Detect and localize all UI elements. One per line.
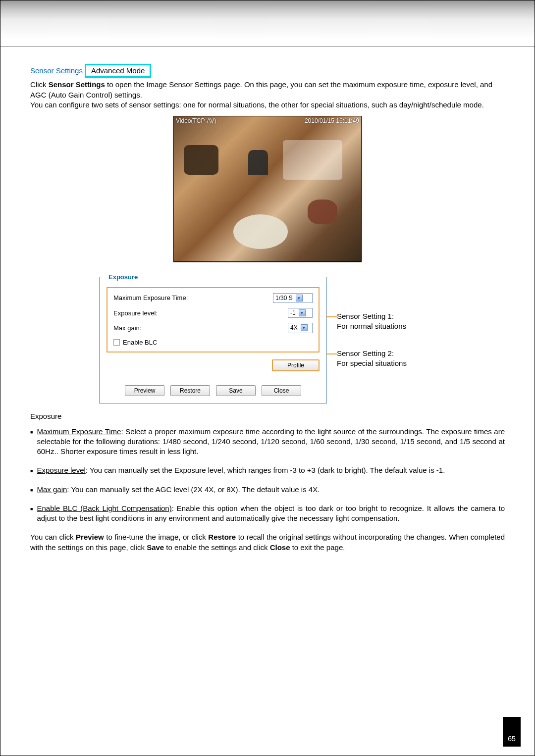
screenshot-area: Video(TCP-AV) 2010/01/15 16:11:49 Exposu…	[30, 116, 505, 403]
panel-legend: Exposure	[106, 273, 141, 282]
action-button-row: Preview Restore Save Close	[107, 385, 320, 396]
chevron-down-icon: ▾	[299, 309, 306, 316]
label-exposure-level: Exposure level:	[113, 309, 288, 318]
bullet-max-gain: Max gain: You can manually set the AGC l…	[30, 485, 505, 495]
select-value: -1	[290, 309, 296, 317]
chevron-down-icon: ▾	[296, 295, 303, 302]
chevron-down-icon: ▾	[301, 324, 308, 331]
header-gradient	[0, 0, 535, 39]
intro-paragraph-2: You can configure two sets of sensor set…	[30, 100, 505, 110]
select-value: 4X	[290, 324, 298, 332]
annotation-sensor-2: Sensor Setting 2: For special situations	[337, 349, 436, 369]
bullet-term: Enable BLC (Back Light Compensation)	[37, 504, 171, 512]
label-max-exposure: Maximum Exposure Time:	[113, 294, 273, 302]
bullet-text: : You can manually set the AGC level (2X…	[67, 485, 320, 494]
sensor-settings-link[interactable]: Sensor Settings	[30, 66, 83, 76]
video-overlay-bar: Video(TCP-AV) 2010/01/15 16:11:49	[174, 116, 361, 125]
annotation-sensor-1: Sensor Setting 1: For normal situations	[337, 311, 436, 332]
section-subheading: Exposure	[30, 411, 505, 421]
row-max-exposure: Maximum Exposure Time: 1/30 S ▾	[113, 293, 313, 303]
row-exposure-level: Exposure level: -1 ▾	[113, 308, 313, 318]
bullet-term: Maximum Exposure Time	[37, 427, 121, 436]
close-button[interactable]: Close	[262, 385, 301, 396]
page-number: 65	[508, 734, 516, 744]
bold-term: Sensor Settings	[49, 80, 105, 89]
preview-button[interactable]: Preview	[125, 385, 164, 396]
page-content: Sensor Settings Advanced Mode Click Sens…	[0, 47, 535, 553]
page-number-tab: 65	[503, 717, 521, 747]
intro-paragraph-1: Click Sensor Settings to open the Image …	[30, 80, 505, 100]
connector-line	[326, 353, 337, 354]
bullet-enable-blc: Enable BLC (Back Light Compensation): En…	[30, 504, 505, 524]
bullet-list: Maximum Exposure Time: Select a proper m…	[30, 427, 505, 524]
video-codec-label: Video(TCP-AV)	[176, 117, 216, 125]
heading-row: Sensor Settings Advanced Mode	[30, 64, 505, 78]
select-max-exposure[interactable]: 1/30 S ▾	[273, 293, 313, 303]
bullet-max-exposure: Maximum Exposure Time: Select a proper m…	[30, 427, 505, 457]
text: Click	[30, 80, 49, 89]
checkbox-enable-blc[interactable]	[113, 339, 120, 346]
sensor-setting-1-highlight: Maximum Exposure Time: 1/30 S ▾ Exposure…	[107, 287, 320, 353]
bullet-exposure-level: Exposure level: You can manually set the…	[30, 465, 505, 475]
select-exposure-level[interactable]: -1 ▾	[288, 308, 313, 318]
bullet-text: : You can manually set the Exposure leve…	[86, 466, 445, 474]
annotation-column: Sensor Setting 1: For normal situations …	[327, 277, 436, 368]
video-preview: Video(TCP-AV) 2010/01/15 16:11:49	[173, 116, 362, 262]
bullet-term: Max gain	[37, 485, 67, 494]
profile-button[interactable]: Profile	[272, 359, 320, 371]
annotation-body: For normal situations	[337, 321, 436, 331]
manual-page: Sensor Settings Advanced Mode Click Sens…	[0, 0, 535, 756]
row-enable-blc: Enable BLC	[113, 338, 313, 347]
label-max-gain: Max gain:	[113, 324, 288, 333]
select-max-gain[interactable]: 4X ▾	[288, 323, 313, 333]
row-max-gain: Max gain: 4X ▾	[113, 323, 313, 333]
video-timestamp: 2010/01/15 16:11:49	[305, 117, 359, 125]
exposure-panel: Exposure Maximum Exposure Time: 1/30 S ▾…	[99, 277, 327, 403]
connector-line	[326, 316, 337, 317]
closing-paragraph: You can click Preview to fine-tune the i…	[30, 532, 505, 553]
annotation-body: For special situations	[337, 358, 436, 368]
bullet-term: Exposure level	[37, 466, 85, 474]
restore-button[interactable]: Restore	[170, 385, 210, 396]
save-button[interactable]: Save	[216, 385, 256, 396]
annotation-title: Sensor Setting 1:	[337, 311, 436, 321]
profile-row: Profile	[107, 357, 320, 373]
advanced-mode-badge: Advanced Mode	[85, 64, 151, 78]
annotation-title: Sensor Setting 2:	[337, 349, 436, 358]
panel-with-annotations: Exposure Maximum Exposure Time: 1/30 S ▾…	[99, 277, 436, 403]
video-scene	[174, 125, 361, 261]
select-value: 1/30 S	[275, 294, 293, 302]
label-enable-blc: Enable BLC	[123, 338, 157, 347]
